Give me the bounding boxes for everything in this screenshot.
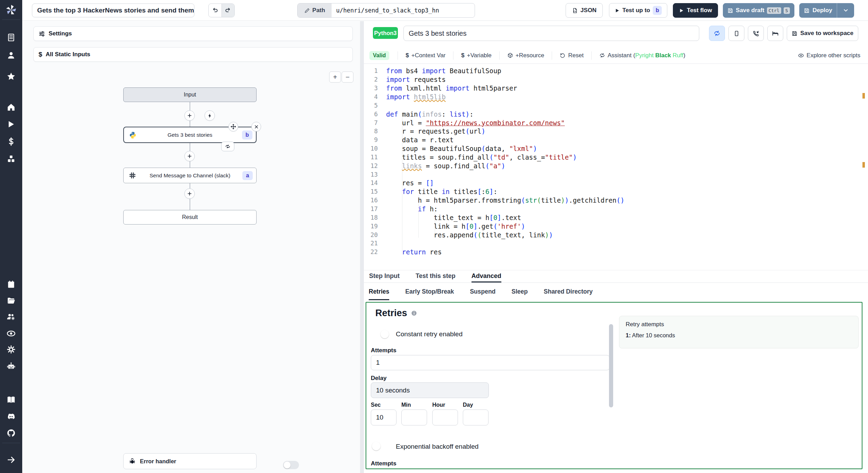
code-line[interactable]: 16 h = html5parser.fromstring(str(title)… xyxy=(364,196,868,205)
warning-marker xyxy=(862,162,865,168)
day-input[interactable] xyxy=(463,409,489,425)
attempts-input[interactable]: 1 xyxy=(371,355,610,370)
deploy-options-button[interactable] xyxy=(837,3,854,18)
day-label: Day xyxy=(463,402,473,408)
code-line[interactable]: 8 r = requests.get(url) xyxy=(364,127,868,136)
code-line[interactable]: 15 for title in titles[:6]: xyxy=(364,187,868,196)
all-static-inputs-row[interactable]: $ All Static Inputs xyxy=(33,47,353,62)
code-line[interactable]: 1from bs4 import BeautifulSoup xyxy=(364,67,868,75)
arrow-right-icon[interactable] xyxy=(7,455,16,464)
add-step-button[interactable] xyxy=(184,188,195,199)
step-title-input[interactable]: Gets 3 best stories xyxy=(403,26,699,41)
users-gear-icon[interactable] xyxy=(7,312,16,321)
flow-settings-row[interactable]: Settings xyxy=(33,26,353,41)
flow-title-input[interactable]: Gets the top 3 HackerNews stories and se… xyxy=(32,3,194,17)
save-icon xyxy=(792,31,798,36)
zoom-in-button[interactable]: + xyxy=(329,71,341,83)
retry-indicator-button[interactable] xyxy=(221,142,234,151)
add-step-button[interactable] xyxy=(184,110,195,121)
json-button[interactable]: JSON xyxy=(566,3,603,18)
code-line[interactable]: 6def main(infos: list): xyxy=(364,110,868,118)
gear-icon[interactable] xyxy=(7,345,16,354)
mobile-view-button[interactable] xyxy=(728,26,744,41)
play-icon[interactable] xyxy=(7,120,16,129)
subtab-retries[interactable]: Retries xyxy=(369,284,389,300)
add-context-var-button[interactable]: $+Context Var xyxy=(406,52,445,59)
code-line[interactable]: 7 url = "https://news.ycombinator.com/ne… xyxy=(364,118,868,127)
undo-button[interactable] xyxy=(209,4,222,17)
step-id-badge: b xyxy=(242,130,252,140)
code-line[interactable]: 22 return res xyxy=(364,248,868,256)
error-handler-node[interactable]: Error handler xyxy=(123,453,257,469)
tab-advanced[interactable]: Advanced xyxy=(471,270,501,282)
redo-button[interactable] xyxy=(222,4,234,17)
code-line[interactable]: 10 soup = BeautifulSoup(data, "lxml") xyxy=(364,144,868,153)
code-line[interactable]: 3from lxml.html import html5parser xyxy=(364,84,868,93)
code-line[interactable]: 5 xyxy=(364,101,868,110)
move-step-handle[interactable] xyxy=(228,122,238,132)
boxes-icon[interactable] xyxy=(7,154,16,163)
webhook-call-button[interactable] xyxy=(748,26,764,41)
panel-resize-handle[interactable] xyxy=(360,21,364,473)
tab-step-input[interactable]: Step Input xyxy=(369,270,400,282)
subtab-suspend[interactable]: Suspend xyxy=(470,284,495,300)
code-line[interactable]: 19 link = h[0].get('href') xyxy=(364,222,868,230)
home-icon[interactable] xyxy=(7,103,16,112)
deploy-button[interactable]: Deploy xyxy=(799,3,837,18)
subtab-early-stop-break[interactable]: Early Stop/Break xyxy=(405,284,454,300)
github-icon[interactable] xyxy=(7,429,16,438)
restart-editor-button[interactable] xyxy=(709,26,725,41)
code-line[interactable]: 21 xyxy=(364,239,868,248)
code-line[interactable]: 17 if h: xyxy=(364,205,868,213)
delete-step-button[interactable] xyxy=(251,122,261,132)
user-icon[interactable] xyxy=(7,51,16,60)
explore-other-scripts-button[interactable]: Explore other scripts xyxy=(798,52,860,59)
robot-icon[interactable] xyxy=(7,362,16,371)
code-editor[interactable]: 1from bs4 import BeautifulSoup2import re… xyxy=(364,65,868,270)
path-value[interactable]: u/henri/send_to_slack_top3_hn xyxy=(332,3,475,17)
book-icon[interactable] xyxy=(7,395,16,404)
subtab-sleep[interactable]: Sleep xyxy=(511,284,528,300)
dollar-icon[interactable] xyxy=(7,137,16,146)
code-line[interactable]: 13 xyxy=(364,170,868,179)
code-line[interactable]: 9 data = r.text xyxy=(364,136,868,144)
sleep-bed-button[interactable] xyxy=(767,26,783,41)
save-to-workspace-button[interactable]: Save to workspace xyxy=(787,26,858,41)
retries-scrollbar[interactable] xyxy=(609,324,613,407)
reset-button[interactable]: Reset xyxy=(560,52,583,59)
code-line[interactable]: 18 title_text = h[0].text xyxy=(364,213,868,222)
add-resource-button[interactable]: +Resource xyxy=(507,52,544,59)
test-up-to-button[interactable]: Test up to b xyxy=(609,3,667,18)
min-input[interactable] xyxy=(401,409,427,425)
sec-input[interactable]: 10 xyxy=(371,409,397,425)
code-line[interactable]: 4import html5lib xyxy=(364,93,868,101)
error-handler-toggle[interactable] xyxy=(283,461,299,469)
discord-icon[interactable] xyxy=(7,412,16,421)
windmill-logo[interactable] xyxy=(5,4,17,16)
trigger-button[interactable] xyxy=(205,110,215,121)
building-icon[interactable] xyxy=(7,33,16,42)
eye-icon[interactable] xyxy=(7,329,16,338)
star-icon[interactable] xyxy=(7,72,16,81)
flow-node-result[interactable]: Result xyxy=(123,210,257,225)
test-flow-button[interactable]: Test flow xyxy=(673,3,718,18)
calendar-icon[interactable] xyxy=(7,280,16,289)
subtab-shared-directory[interactable]: Shared Directory xyxy=(544,284,593,300)
code-line[interactable]: 14 res = [] xyxy=(364,179,868,187)
add-step-button[interactable] xyxy=(184,151,195,161)
save-draft-button[interactable]: Save draft CtrlS xyxy=(723,3,794,18)
assistant-button[interactable]: Assistant (Pyright Black Ruff) xyxy=(599,52,685,59)
flow-node-step-a[interactable]: Send Message to Channel (slack) a xyxy=(123,168,257,183)
zoom-out-button[interactable]: − xyxy=(342,71,353,83)
flow-node-input[interactable]: Input xyxy=(123,87,257,102)
hour-input[interactable] xyxy=(432,409,458,425)
folder-open-icon[interactable] xyxy=(7,296,16,305)
code-line[interactable]: 2import requests xyxy=(364,75,868,84)
tab-test-this-step[interactable]: Test this step xyxy=(416,270,456,282)
path-field[interactable]: Path u/henri/send_to_slack_top3_hn xyxy=(297,3,475,18)
code-line[interactable]: 11 titles = soup.find_all("td", class_="… xyxy=(364,153,868,162)
exponential-backoff-label: Exponential backoff enabled xyxy=(396,443,478,450)
code-line[interactable]: 12 links = soup.find_all("a") xyxy=(364,161,868,170)
code-line[interactable]: 20 res.append((title_text, link)) xyxy=(364,230,868,239)
add-variable-button[interactable]: $+Variable xyxy=(461,52,492,59)
